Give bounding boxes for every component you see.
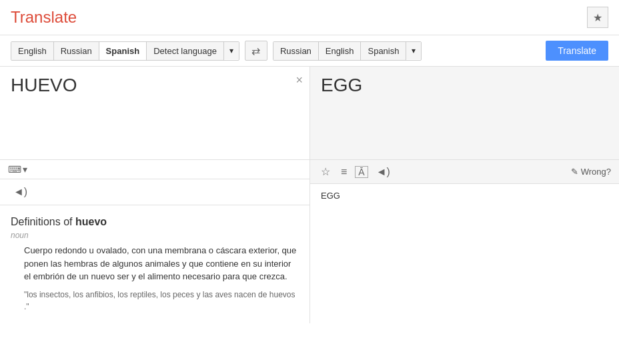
source-panel: HUEVO × ⌨ ▾ ◄) Definitions of huevo noun… xyxy=(0,67,310,323)
wrong-section: ✎ Wrong? xyxy=(571,167,611,177)
wrong-label: Wrong? xyxy=(581,167,611,177)
clear-input-button[interactable]: × xyxy=(295,73,303,87)
target-lang-russian[interactable]: Russian xyxy=(273,42,319,60)
target-star-button[interactable]: ☆ xyxy=(318,164,333,179)
target-panel: EGG ☆ ≡ Ā ◄) ✎ Wrong? EGG xyxy=(310,67,619,323)
definitions-word: huevo xyxy=(75,216,107,227)
swap-languages-button[interactable]: ⇄ xyxy=(245,41,267,61)
definition-example: "los insectos, los anfibios, los reptile… xyxy=(24,289,299,313)
target-list-button[interactable]: ≡ xyxy=(338,165,350,179)
part-of-speech: noun xyxy=(11,231,299,240)
keyboard-button[interactable]: ⌨ ▾ xyxy=(8,164,27,175)
target-text: EGG xyxy=(321,75,362,95)
source-input-area: HUEVO × xyxy=(0,67,310,160)
source-lang-russian[interactable]: Russian xyxy=(54,42,99,60)
source-text: HUEVO xyxy=(11,75,77,95)
target-output-area: EGG xyxy=(310,67,619,160)
definitions-title: Definitions of huevo xyxy=(11,216,299,228)
target-phonetic-row: EGG xyxy=(310,184,619,207)
translation-panels: HUEVO × ⌨ ▾ ◄) Definitions of huevo noun… xyxy=(0,67,619,323)
wrong-pencil-icon: ✎ xyxy=(571,167,578,177)
source-sound-row: ◄) xyxy=(0,179,310,205)
target-lang-dropdown[interactable]: ▾ xyxy=(406,42,421,59)
target-lang-group: Russian English Spanish ▾ xyxy=(273,41,422,61)
source-lang-dropdown[interactable]: ▾ xyxy=(224,42,239,59)
bookmark-button[interactable]: ★ xyxy=(587,7,608,28)
target-font-button[interactable]: Ā xyxy=(355,166,368,178)
toolbar: English Russian Spanish Detect language … xyxy=(0,35,619,67)
source-lang-group: English Russian Spanish Detect language … xyxy=(11,41,239,61)
target-lang-spanish[interactable]: Spanish xyxy=(361,42,406,60)
translate-button[interactable]: Translate xyxy=(546,41,608,61)
definitions-section: Definitions of huevo noun Cuerpo redondo… xyxy=(0,205,310,323)
target-output-toolbar: ☆ ≡ Ā ◄) ✎ Wrong? xyxy=(310,160,619,184)
wrong-button[interactable]: ✎ Wrong? xyxy=(571,167,611,177)
definition-body: Cuerpo redondo u ovalado, con una membra… xyxy=(24,244,299,283)
app-title: Translate xyxy=(11,8,77,27)
target-lang-english[interactable]: English xyxy=(319,42,362,60)
source-sound-button[interactable]: ◄) xyxy=(11,185,30,199)
target-sound-button[interactable]: ◄) xyxy=(374,165,393,179)
source-lang-detect[interactable]: Detect language xyxy=(147,42,224,60)
keyboard-dropdown-arrow: ▾ xyxy=(23,164,27,175)
definitions-prefix: Definitions of xyxy=(11,216,75,227)
keyboard-icon: ⌨ xyxy=(8,164,21,175)
source-lang-english[interactable]: English xyxy=(11,42,54,60)
header: Translate ★ xyxy=(0,0,619,35)
source-input-toolbar: ⌨ ▾ xyxy=(0,160,310,179)
target-phonetic-text: EGG xyxy=(321,191,340,201)
source-lang-spanish[interactable]: Spanish xyxy=(99,42,147,60)
